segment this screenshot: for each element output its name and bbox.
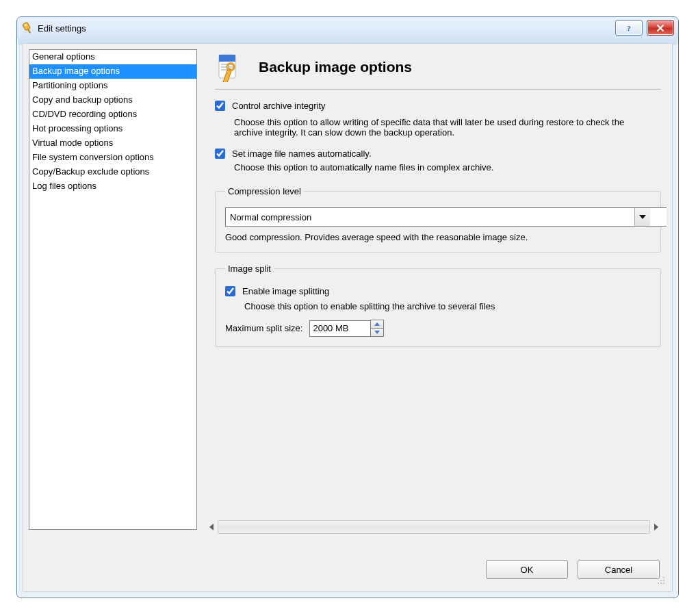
svg-point-16 [663, 582, 664, 584]
client-area: General options Backup image options Par… [23, 43, 673, 592]
page-icon [215, 52, 245, 82]
sidebar-item-label: Copy/Backup exclude options [32, 166, 149, 177]
max-split-size-input[interactable] [309, 320, 371, 337]
svg-text:?: ? [627, 24, 631, 32]
compression-level-legend: Compression level [225, 186, 304, 196]
sidebar-item-label: Partitioning options [32, 80, 108, 90]
scroll-track[interactable] [218, 520, 650, 534]
scroll-left-icon[interactable] [207, 521, 218, 533]
svg-point-11 [663, 577, 664, 578]
enable-image-splitting-label: Enable image splitting [242, 285, 329, 298]
image-split-legend: Image split [225, 264, 274, 274]
resize-grip-icon[interactable] [656, 575, 665, 585]
image-split-group: Image split Enable image splitting Choos… [215, 264, 661, 347]
sidebar-item-label: Virtual mode options [32, 138, 113, 148]
cancel-button-label: Cancel [605, 565, 632, 575]
set-image-file-names-checkbox[interactable] [215, 149, 225, 159]
sidebar-item-virtual-mode-options[interactable]: Virtual mode options [29, 136, 196, 151]
sidebar-item-label: File system conversion options [32, 152, 154, 162]
sidebar-item-cd-dvd-recording-options[interactable]: CD/DVD recording options [29, 107, 196, 122]
horizontal-scrollbar[interactable] [207, 520, 661, 534]
dialog-window: Edit settings ? General options Backup i… [16, 16, 679, 598]
sidebar-item-copy-backup-exclude-options[interactable]: Copy/Backup exclude options [29, 165, 196, 179]
compression-level-group: Compression level Normal compression Goo… [215, 186, 661, 253]
sidebar-item-partitioning-options[interactable]: Partitioning options [29, 79, 196, 93]
sidebar-item-label: Backup image options [32, 66, 120, 76]
svg-point-14 [658, 582, 659, 584]
scroll-right-icon[interactable] [650, 521, 661, 533]
set-image-file-names-description: Choose this option to automatically name… [234, 162, 651, 172]
enable-image-splitting-checkbox[interactable] [225, 286, 235, 296]
divider [215, 89, 661, 90]
sidebar-item-copy-and-backup-options[interactable]: Copy and backup options [29, 93, 196, 107]
sidebar-item-label: CD/DVD recording options [32, 109, 137, 119]
category-list[interactable]: General options Backup image options Par… [29, 49, 197, 530]
sidebar-item-label: General options [32, 51, 95, 62]
app-icon [21, 22, 34, 34]
svg-point-13 [663, 580, 664, 581]
sidebar-item-general-options[interactable]: General options [29, 50, 196, 64]
spin-down-button[interactable] [370, 329, 384, 337]
compression-level-value: Normal compression [230, 212, 311, 222]
cancel-button[interactable]: Cancel [578, 560, 660, 579]
titlebar[interactable]: Edit settings ? [17, 17, 678, 39]
sidebar-item-label: Log files options [32, 181, 96, 191]
svg-rect-0 [23, 22, 31, 31]
help-button[interactable]: ? [615, 20, 643, 36]
max-split-size-label: Maximum split size: [225, 323, 302, 333]
content-pane: Backup image options Control archive int… [207, 49, 667, 537]
page-title: Backup image options [259, 59, 412, 75]
compression-level-hint: Good compression. Provides average speed… [225, 232, 651, 242]
sidebar-item-label: Copy and backup options [32, 94, 133, 105]
window-title: Edit settings [38, 23, 86, 34]
close-button[interactable] [647, 20, 674, 36]
control-archive-integrity-checkbox[interactable] [215, 101, 225, 111]
enable-image-splitting-description: Choose this option to enable splitting t… [244, 301, 651, 311]
sidebar-item-log-files-options[interactable]: Log files options [29, 179, 196, 194]
svg-point-12 [660, 580, 662, 581]
ok-button-label: OK [521, 565, 534, 575]
ok-button[interactable]: OK [486, 560, 568, 579]
sidebar-item-label: Hot processing options [32, 123, 122, 133]
control-archive-integrity-description: Choose this option to allow writing of s… [234, 117, 651, 138]
spin-up-button[interactable] [370, 320, 384, 329]
sidebar-item-backup-image-options[interactable]: Backup image options [29, 64, 196, 79]
control-archive-integrity-label: Control archive integrity [232, 99, 326, 113]
sidebar-item-hot-processing-options[interactable]: Hot processing options [29, 122, 196, 136]
compression-level-select[interactable]: Normal compression [225, 207, 651, 227]
dropdown-arrow-icon[interactable] [634, 208, 650, 226]
svg-point-15 [660, 582, 662, 584]
sidebar-item-file-system-conversion-options[interactable]: File system conversion options [29, 151, 196, 165]
set-image-file-names-label: Set image file names automatically. [232, 147, 372, 161]
